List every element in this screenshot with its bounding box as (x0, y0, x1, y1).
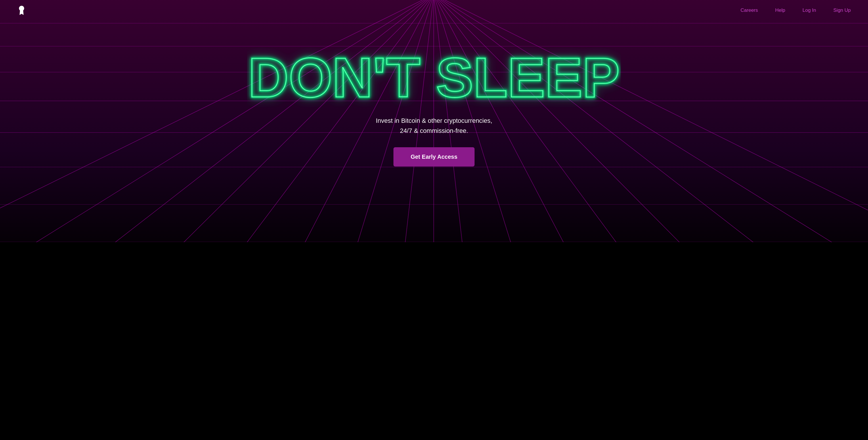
logo-icon (17, 5, 26, 15)
svg-text:DON'T SLEEP: DON'T SLEEP (248, 46, 620, 107)
nav-careers[interactable]: Careers (741, 7, 758, 13)
nav-help[interactable]: Help (775, 7, 785, 13)
hero-title-svg: DON'T SLEEP DON'T SLEEP DON'T SLEEP DON'… (247, 44, 621, 107)
hero-subtitle: Invest in Bitcoin & other cryptocurrenci… (376, 116, 492, 136)
logo[interactable] (17, 5, 26, 15)
navbar: Careers Help Log In Sign Up (0, 0, 868, 21)
hero-title-container: DON'T SLEEP DON'T SLEEP DON'T SLEEP DON'… (0, 44, 868, 107)
nav-signup[interactable]: Sign Up (834, 7, 851, 13)
nav-links: Careers Help Log In Sign Up (741, 7, 851, 13)
nav-login[interactable]: Log In (802, 7, 816, 13)
hero-content: DON'T SLEEP DON'T SLEEP DON'T SLEEP DON'… (0, 21, 868, 166)
cta-button[interactable]: Get Early Access (394, 147, 475, 166)
